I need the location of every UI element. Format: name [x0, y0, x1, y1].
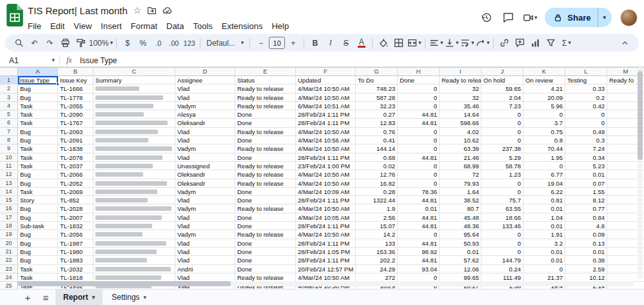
- sheet-tab-report[interactable]: Report ▾: [55, 290, 102, 305]
- cell[interactable]: 0.2: [565, 93, 607, 102]
- meet-call-button[interactable]: ▾: [520, 8, 540, 27]
- undo-button[interactable]: ↶: [27, 36, 42, 50]
- cell[interactable]: 63.39: [440, 144, 482, 153]
- cell[interactable]: 4/Mar/24 10:50 AM: [296, 170, 356, 179]
- cell[interactable]: [93, 136, 175, 144]
- fill-handle[interactable]: [56, 83, 59, 86]
- cell[interactable]: 12.76: [356, 170, 398, 179]
- cell[interactable]: 19.04: [523, 179, 565, 188]
- column-header-H[interactable]: H: [398, 68, 440, 76]
- font-size-input[interactable]: 10: [269, 37, 285, 49]
- cell[interactable]: [93, 179, 175, 188]
- cell[interactable]: 28/Feb/24 1:11 PM: [296, 153, 356, 162]
- cell[interactable]: 8.12: [565, 196, 607, 204]
- cell[interactable]: TL-2078: [58, 153, 93, 162]
- cell[interactable]: 0.81: [523, 196, 565, 204]
- menu-extensions[interactable]: Extensions: [217, 19, 268, 33]
- user-avatar[interactable]: [620, 9, 638, 26]
- cell[interactable]: Done: [235, 110, 296, 119]
- cell[interactable]: 0.27: [356, 110, 398, 119]
- cell[interactable]: 0: [398, 170, 440, 179]
- vertical-scrollbar-thumb[interactable]: [638, 71, 643, 160]
- column-header-G[interactable]: G: [356, 68, 398, 76]
- cell[interactable]: 70.44: [523, 144, 565, 153]
- cell[interactable]: Vlad: [175, 84, 235, 93]
- cell[interactable]: 0.3: [565, 136, 607, 144]
- cell[interactable]: 748.23: [356, 84, 398, 93]
- cell[interactable]: 0.01: [565, 248, 607, 256]
- cell[interactable]: 57.62: [440, 256, 482, 264]
- cell[interactable]: 0.68: [356, 153, 398, 162]
- strikethrough-button[interactable]: S: [338, 36, 353, 50]
- cell[interactable]: Vlad: [175, 153, 235, 162]
- cell[interactable]: [93, 162, 175, 170]
- cell[interactable]: 0.33: [565, 84, 607, 93]
- cell[interactable]: 2.59: [565, 265, 607, 273]
- cell[interactable]: [93, 170, 175, 179]
- cell[interactable]: 4.02: [440, 128, 482, 136]
- column-header-J[interactable]: J: [482, 68, 523, 76]
- print-button[interactable]: [58, 36, 73, 50]
- cell[interactable]: Vlad: [175, 248, 235, 256]
- cell[interactable]: To Do: [356, 76, 398, 84]
- version-history-icon[interactable]: [476, 8, 496, 27]
- cell[interactable]: 5.29: [482, 153, 523, 162]
- cell[interactable]: 0: [523, 110, 565, 119]
- row-header-17[interactable]: 17: [0, 213, 18, 222]
- cell[interactable]: Ready to release: [235, 128, 296, 136]
- cell[interactable]: 0: [523, 265, 565, 273]
- menu-data[interactable]: Data: [162, 19, 188, 33]
- borders-button[interactable]: [391, 36, 406, 50]
- cell[interactable]: 0: [565, 110, 607, 119]
- menu-edit[interactable]: Edit: [46, 19, 69, 33]
- cell[interactable]: Ready to release: [235, 170, 296, 179]
- cell[interactable]: 23/Feb/24 1:00 PM: [296, 162, 356, 170]
- cell[interactable]: 44.81: [398, 153, 440, 162]
- horizontal-align-button[interactable]: ▾: [429, 36, 444, 50]
- horizontal-scrollbar-thumb[interactable]: [18, 281, 231, 286]
- row-header-3[interactable]: 3: [0, 93, 18, 102]
- text-wrap-button[interactable]: ▾: [460, 36, 474, 50]
- cell[interactable]: Vlad: [175, 222, 235, 230]
- cell[interactable]: TL-2091: [58, 136, 93, 144]
- cell[interactable]: 3.7: [523, 119, 565, 127]
- cell[interactable]: Task: [18, 265, 58, 273]
- cell[interactable]: 45.48: [440, 213, 482, 222]
- cell[interactable]: 75.7: [482, 196, 523, 204]
- insert-chart-button[interactable]: [528, 36, 543, 50]
- cell[interactable]: 35.46: [440, 102, 482, 110]
- cell[interactable]: TL-1778: [58, 93, 93, 102]
- cell[interactable]: Ready to release: [235, 204, 296, 213]
- cell[interactable]: Vadym: [175, 102, 235, 110]
- cell[interactable]: TL-852: [58, 196, 93, 204]
- cell[interactable]: 1.23: [482, 170, 523, 179]
- cell[interactable]: Testing: [565, 76, 607, 84]
- cell[interactable]: Bug: [18, 248, 58, 256]
- horizontal-scrollbar[interactable]: [18, 281, 634, 286]
- cell[interactable]: 133: [356, 239, 398, 248]
- cell[interactable]: 68.99: [440, 162, 482, 170]
- cell[interactable]: Unassigned: [175, 162, 235, 170]
- cell[interactable]: 28/Feb/24 1:11 PM: [296, 222, 356, 230]
- cell[interactable]: Ready to release: [235, 102, 296, 110]
- cell[interactable]: 0.01: [440, 248, 482, 256]
- cell[interactable]: 0: [482, 179, 523, 188]
- cell[interactable]: Task: [18, 153, 58, 162]
- cell[interactable]: 4/Mar/24 10:05 AM: [296, 213, 356, 222]
- cell[interactable]: 28/Feb/24 1:11 PM: [296, 256, 356, 264]
- cell[interactable]: Bug: [18, 204, 58, 213]
- column-header-K[interactable]: K: [523, 68, 565, 76]
- cell[interactable]: TL-2028: [58, 204, 93, 213]
- cell[interactable]: 0: [482, 136, 523, 144]
- cell[interactable]: Sub-task: [18, 222, 58, 230]
- row-header-19[interactable]: 19: [0, 230, 18, 239]
- cell[interactable]: 0.09: [565, 230, 607, 239]
- paint-format-button[interactable]: [73, 36, 88, 50]
- cell[interactable]: [93, 248, 175, 256]
- text-color-button[interactable]: A: [354, 36, 369, 50]
- menu-tools[interactable]: Tools: [188, 19, 217, 33]
- cell[interactable]: 78.36: [398, 188, 440, 196]
- cell[interactable]: 0: [482, 248, 523, 256]
- cell[interactable]: 50.93: [440, 239, 482, 248]
- cell[interactable]: 1.91: [523, 230, 565, 239]
